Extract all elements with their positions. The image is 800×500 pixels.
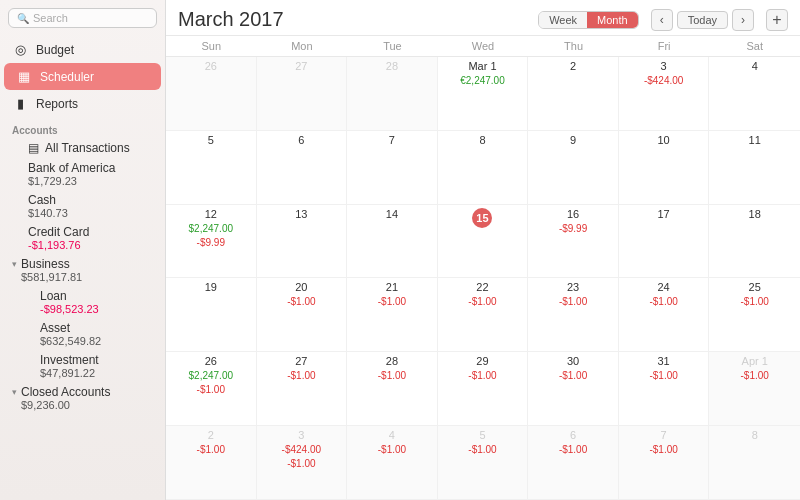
account-item-boa[interactable]: Bank of America$1,729.23 xyxy=(0,158,165,190)
cell-date: 6 xyxy=(298,134,304,146)
cell-date: 25 xyxy=(749,281,761,293)
search-icon: 🔍 xyxy=(17,13,29,24)
reports-icon: ▮ xyxy=(12,96,28,111)
cell-date: 7 xyxy=(661,429,667,441)
cell-date-wrapper: 7 xyxy=(624,429,704,443)
sidebar-item-reports[interactable]: ▮Reports xyxy=(0,90,165,117)
cell-date-wrapper: 5 xyxy=(171,134,251,148)
today-button[interactable]: Today xyxy=(677,11,728,29)
search-bar[interactable]: 🔍 Search xyxy=(8,8,157,28)
account-item-investment[interactable]: Investment$47,891.22 xyxy=(0,350,165,382)
chevron-icon: ▾ xyxy=(12,387,17,397)
calendar-cell[interactable]: 19 xyxy=(166,278,257,351)
calendar-cell[interactable]: 28-$1.00 xyxy=(347,352,438,425)
calendar-cell[interactable]: 8 xyxy=(709,426,800,499)
prev-button[interactable]: ‹ xyxy=(651,9,673,31)
sidebar: 🔍 Search ◎Budget▦Scheduler▮Reports Accou… xyxy=(0,0,166,500)
cell-amount-value: -$1.00 xyxy=(533,443,613,457)
cell-amount-value: -$1.00 xyxy=(714,295,795,309)
sidebar-item-scheduler[interactable]: ▦Scheduler xyxy=(4,63,161,90)
account-item-all[interactable]: ▤All Transactions xyxy=(0,138,165,158)
calendar-cell[interactable]: 4 xyxy=(709,57,800,130)
calendar-cell[interactable]: 3-$424.00 xyxy=(619,57,710,130)
account-item-business[interactable]: ▾Business$581,917.81 xyxy=(0,254,165,286)
calendar-cell[interactable]: 3-$424.00-$1.00 xyxy=(257,426,348,499)
cell-amounts: -$1.00 xyxy=(624,369,704,383)
day-header-tue: Tue xyxy=(347,36,438,56)
calendar-cell[interactable]: Apr 1-$1.00 xyxy=(709,352,800,425)
account-item-closed[interactable]: ▾Closed Accounts$9,236.00 xyxy=(0,382,165,414)
calendar-cell[interactable]: 27 xyxy=(257,57,348,130)
cell-date: 20 xyxy=(295,281,307,293)
calendar-cell[interactable]: 12$2,247.00-$9.99 xyxy=(166,205,257,278)
cell-date: 19 xyxy=(205,281,217,293)
calendar-cell[interactable]: 10 xyxy=(619,131,710,204)
calendar-cell[interactable]: 24-$1.00 xyxy=(619,278,710,351)
account-item-cash[interactable]: Cash$140.73 xyxy=(0,190,165,222)
nav-label: Reports xyxy=(36,97,78,111)
calendar-cell[interactable]: 11 xyxy=(709,131,800,204)
calendar-cell[interactable]: 9 xyxy=(528,131,619,204)
calendar-cell[interactable]: 30-$1.00 xyxy=(528,352,619,425)
month-view-button[interactable]: Month xyxy=(587,12,638,28)
account-item-loan[interactable]: Loan-$98,523.23 xyxy=(0,286,165,318)
cell-date-wrapper: 20 xyxy=(262,281,342,295)
calendar-cell[interactable]: 17 xyxy=(619,205,710,278)
calendar-cell[interactable]: 4-$1.00 xyxy=(347,426,438,499)
calendar-cell[interactable]: 18 xyxy=(709,205,800,278)
calendar-cell[interactable]: 15 xyxy=(438,205,529,278)
cell-date: 17 xyxy=(658,208,670,220)
cell-date-wrapper: 8 xyxy=(714,429,795,443)
cell-date: 31 xyxy=(658,355,670,367)
calendar-cell[interactable]: 31-$1.00 xyxy=(619,352,710,425)
cell-date: 26 xyxy=(205,355,217,367)
cell-date-wrapper: 3 xyxy=(624,60,704,74)
calendar-cell[interactable]: 6 xyxy=(257,131,348,204)
calendar-cell[interactable]: 26 xyxy=(166,57,257,130)
week-view-button[interactable]: Week xyxy=(539,12,587,28)
calendar-cell[interactable]: 2 xyxy=(528,57,619,130)
calendar-cell[interactable]: 5 xyxy=(166,131,257,204)
cell-date-wrapper: 11 xyxy=(714,134,795,148)
cell-date-wrapper: 2 xyxy=(533,60,613,74)
cell-date: 26 xyxy=(205,60,217,72)
cell-amount-value: -$1.00 xyxy=(624,443,704,457)
nav-list: ◎Budget▦Scheduler▮Reports xyxy=(0,36,165,117)
calendar-cell[interactable]: 22-$1.00 xyxy=(438,278,529,351)
calendar-cell[interactable]: 20-$1.00 xyxy=(257,278,348,351)
calendar-cell[interactable]: 13 xyxy=(257,205,348,278)
cell-amounts: -$9.99 xyxy=(533,222,613,236)
calendar-cell[interactable]: 2-$1.00 xyxy=(166,426,257,499)
next-button[interactable]: › xyxy=(732,9,754,31)
add-button[interactable]: + xyxy=(766,9,788,31)
calendar-cell[interactable]: 5-$1.00 xyxy=(438,426,529,499)
calendar-cell[interactable]: 25-$1.00 xyxy=(709,278,800,351)
cell-date: 8 xyxy=(752,429,758,441)
calendar-cell[interactable]: 29-$1.00 xyxy=(438,352,529,425)
calendar-week-5: 2-$1.003-$424.00-$1.004-$1.005-$1.006-$1… xyxy=(166,426,800,500)
cell-date: 23 xyxy=(567,281,579,293)
cell-date-wrapper: 27 xyxy=(262,60,342,74)
calendar-cell[interactable]: 28 xyxy=(347,57,438,130)
account-item-cc[interactable]: Credit Card-$1,193.76 xyxy=(0,222,165,254)
calendar-cell[interactable]: 8 xyxy=(438,131,529,204)
cell-date: 4 xyxy=(752,60,758,72)
calendar-cell[interactable]: 23-$1.00 xyxy=(528,278,619,351)
calendar-cell[interactable]: 16-$9.99 xyxy=(528,205,619,278)
calendar-cell[interactable]: 14 xyxy=(347,205,438,278)
cell-date: Apr 1 xyxy=(742,355,768,367)
account-item-asset[interactable]: Asset$632,549.82 xyxy=(0,318,165,350)
cell-date: 6 xyxy=(570,429,576,441)
calendar-cell[interactable]: 27-$1.00 xyxy=(257,352,348,425)
calendar-cell[interactable]: 6-$1.00 xyxy=(528,426,619,499)
day-header-fri: Fri xyxy=(619,36,710,56)
cell-date-wrapper: 27 xyxy=(262,355,342,369)
calendar-cell[interactable]: Mar 1€2,247.00 xyxy=(438,57,529,130)
cell-amount-value: -$1.00 xyxy=(262,457,342,471)
calendar-cell[interactable]: 7-$1.00 xyxy=(619,426,710,499)
calendar-cell[interactable]: 26$2,247.00-$1.00 xyxy=(166,352,257,425)
sidebar-item-budget[interactable]: ◎Budget xyxy=(0,36,165,63)
calendar-cell[interactable]: 7 xyxy=(347,131,438,204)
calendar-cell[interactable]: 21-$1.00 xyxy=(347,278,438,351)
cell-amounts: $2,247.00-$1.00 xyxy=(171,369,251,397)
